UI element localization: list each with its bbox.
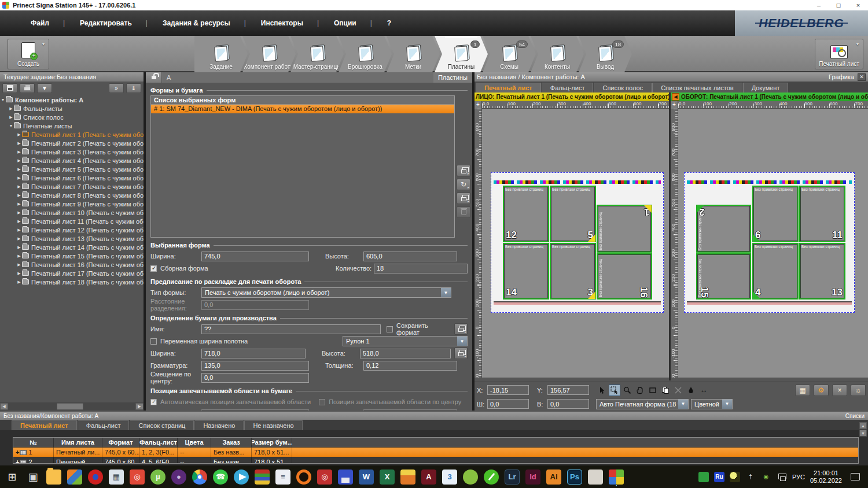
calculator-icon[interactable]: ▦ (109, 469, 124, 485)
notepad-icon[interactable]: ≡ (275, 469, 290, 485)
preview-tab[interactable]: Список полос (594, 83, 652, 93)
dropdown-arrow-icon[interactable]: ▼ (722, 400, 732, 409)
workflow-step[interactable]: 54 Схемы (483, 36, 536, 72)
list-tab[interactable]: Фальц-лист (78, 420, 130, 430)
dropdown-button[interactable]: ▼ (37, 83, 52, 93)
tree-sheet-item[interactable]: ▶ Печатный лист 2 (Печать с чужим оборот… (0, 139, 144, 147)
pages-tool[interactable] (660, 385, 671, 396)
back-canvas[interactable]: Без привязки страниц 2 Без привязки стра… (678, 109, 868, 378)
zoom-level-dropdown[interactable]: Авто Печатная форма (18 %) ▼ (596, 399, 689, 409)
tree-sheet-item[interactable]: ▶ Печатный лист 3 (Печать с чужим оборот… (0, 147, 144, 156)
cut-tool[interactable] (672, 385, 684, 396)
illustrator-icon[interactable]: Ai (546, 469, 561, 485)
scroll-thumb[interactable] (57, 403, 83, 410)
create-button[interactable]: ▼ Создать (8, 39, 49, 69)
photoshop-icon[interactable]: Ps (567, 469, 582, 485)
tree-sheet-item[interactable]: ▶ Печатный лист 10 (Печать с чужим оборо… (0, 208, 144, 217)
screenshot-tool-icon[interactable]: ◎ (317, 469, 332, 485)
front-sheet[interactable]: Без привязки страниц 12 Без привязки стр… (491, 172, 664, 313)
delete-x-icon[interactable]: × (832, 385, 847, 396)
close-panel-icon[interactable]: ✕ (858, 73, 866, 81)
refresh-form-button[interactable]: ↻▸ (457, 179, 470, 190)
quantity-field[interactable] (374, 264, 468, 273)
list-tab[interactable]: Назначено (194, 420, 244, 430)
caret-right-icon[interactable]: ▶ (16, 245, 22, 250)
sheet-row[interactable]: + 1 Печатный ли... 745,0 x 60... 1, 2, 3… (13, 448, 858, 457)
width-readout-field[interactable] (487, 399, 529, 409)
tree-sheet-item[interactable]: ▶ Печатный лист 13 (Печать с чужим оборо… (0, 234, 144, 243)
close-button[interactable]: × (848, 0, 868, 10)
ru-language-icon[interactable]: Ru (714, 472, 724, 482)
sheet-row[interactable]: + 2 Печатный... 745,0 x 60... 4, 5, 6(F0… (13, 457, 858, 464)
y-coordinate-field[interactable] (547, 385, 589, 395)
caret-down-icon[interactable]: ▼ (8, 124, 14, 128)
scroll-right-icon[interactable]: ▶ (135, 403, 144, 410)
task-view-button[interactable]: ▣ (25, 469, 41, 485)
save-button[interactable] (2, 83, 17, 93)
page-cell[interactable]: Без привязки страниц 13 (799, 243, 845, 300)
page-cell[interactable]: Без привязки страниц 6 (752, 186, 799, 242)
caret-right-icon[interactable]: ▶ (16, 132, 22, 137)
antivirus-icon[interactable] (698, 472, 709, 482)
plate-view-icon[interactable]: ▦ (795, 385, 810, 396)
page-cell[interactable]: Без привязки страниц 4 (752, 243, 799, 300)
duplicate-form-button[interactable]: ▸ (457, 165, 470, 176)
workflow-step[interactable]: Брошюровка (339, 36, 392, 72)
form-type-dropdown[interactable]: Печать с чужим оборотом (лицо и оборот) … (201, 287, 451, 298)
dropdown-arrow-icon[interactable]: ▼ (678, 400, 688, 409)
preview-tab[interactable]: Список печатных листов (652, 83, 742, 93)
page-cell[interactable]: Без привязки страниц 1 (597, 205, 652, 253)
tree-sheet-item[interactable]: ▶ Печатный лист 11 (Печать с чужим оборо… (0, 217, 144, 225)
workflow-step[interactable]: Контенты (531, 36, 584, 72)
painter-app-icon[interactable] (400, 469, 415, 485)
lock-button[interactable] (146, 72, 162, 83)
workflow-step[interactable]: Задание (194, 36, 248, 72)
horizontal-scrollbar[interactable]: ◀ ▶ (0, 402, 144, 411)
chevron-down-icon[interactable]: ▼ (41, 42, 46, 47)
keep-format-checkbox[interactable] (387, 326, 393, 332)
menu-item[interactable]: Инспекторы (253, 16, 326, 31)
page-cell[interactable]: Без привязки страниц 12 (503, 186, 549, 242)
aimp-icon[interactable] (296, 469, 311, 485)
scroll-left-icon[interactable]: ◀ (0, 403, 8, 410)
3d-app-icon[interactable]: 3 (442, 469, 457, 485)
zoom-tool[interactable] (621, 385, 633, 396)
ruler-origin-icon[interactable]: + (671, 101, 678, 109)
tree-sheet-item[interactable]: ▶ Печатный лист 8 (Печать с чужим оборот… (0, 191, 144, 199)
scroll-down-icon[interactable]: ▼ (859, 430, 867, 437)
menu-item[interactable]: ? (380, 16, 399, 31)
paper-height-field[interactable] (360, 349, 451, 358)
tree-sheet-item[interactable]: ▶ Печатный лист 4 (Печать с чужим оборот… (0, 156, 144, 165)
selected-form-row[interactable]: # 1: SM 74_Diamant_NEW - DIMA (Печать с … (151, 105, 454, 113)
color-mode-dropdown[interactable]: Цветной ▼ (691, 399, 733, 409)
chrome-icon[interactable] (192, 469, 207, 485)
vmware-icon[interactable] (67, 469, 82, 485)
tree-item-press-sheets[interactable]: ▼ Печатные листы (0, 121, 144, 130)
tree-sheet-item[interactable]: ▶ Печатный лист 18 (Печать с чужим оборо… (0, 278, 144, 286)
page-cell[interactable]: Без привязки страниц 3 (550, 243, 596, 300)
list-tab[interactable]: Список страниц (130, 420, 194, 430)
tree-item-page-list[interactable]: ▶ Список полос (0, 113, 144, 121)
caret-right-icon[interactable]: ▶ (16, 228, 22, 232)
thickness-field[interactable] (363, 361, 457, 371)
select-frame-tool[interactable] (609, 385, 620, 396)
clock[interactable]: 21:00:01 05.02.2022 (810, 469, 842, 485)
list-tab[interactable]: Не назначено (244, 420, 302, 430)
caret-right-icon[interactable]: ▶ (16, 280, 22, 284)
grammage-field[interactable] (201, 361, 309, 371)
tree-sheet-item[interactable]: ▶ Печатный лист 7 (Печать с чужим оборот… (0, 182, 144, 191)
notification-center-icon[interactable] (851, 473, 860, 480)
utorrent-icon[interactable]: µ (150, 469, 165, 485)
dropdown-arrow-icon[interactable]: ▼ (457, 337, 467, 346)
caret-right-icon[interactable]: ▶ (8, 106, 14, 111)
workflow-step[interactable]: Мастер-страницы (290, 36, 344, 72)
notes-app-icon[interactable] (484, 469, 499, 485)
caret-right-icon[interactable]: ▶ (16, 236, 22, 241)
caret-right-icon[interactable]: ▶ (16, 167, 22, 172)
combined-form-checkbox[interactable] (150, 265, 157, 272)
night-light-icon[interactable] (730, 472, 740, 482)
usb-icon[interactable]: † (745, 472, 756, 482)
chevron-down-icon[interactable]: ▼ (855, 42, 860, 47)
start-button[interactable]: ⊞ (5, 469, 20, 485)
print-button[interactable] (20, 83, 35, 93)
